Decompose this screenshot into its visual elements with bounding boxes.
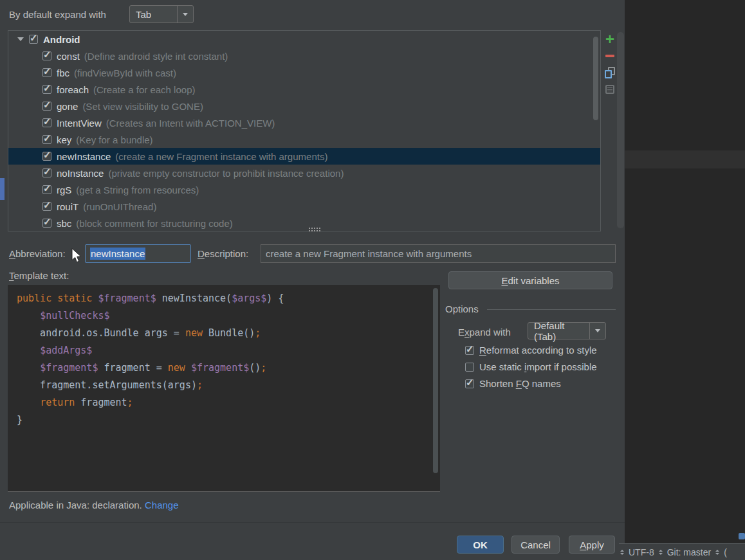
description-label: Description: xyxy=(198,248,248,259)
template-row-gone[interactable]: gone(Set view visibility to GONE) xyxy=(8,98,600,114)
template-description: (runOnUIThread) xyxy=(83,201,156,212)
template-name: Android xyxy=(43,34,80,45)
template-description: (get a String from resources) xyxy=(76,185,199,195)
add-icon[interactable]: + xyxy=(604,33,616,45)
checkbox-icon[interactable] xyxy=(42,185,51,194)
template-name: noInstance xyxy=(57,168,104,179)
remove-icon[interactable] xyxy=(604,50,616,62)
template-name: key xyxy=(57,134,71,145)
default-expand-value: Tab xyxy=(130,6,177,23)
change-link[interactable]: Change xyxy=(145,500,179,510)
resize-grip[interactable] xyxy=(308,227,320,231)
template-text-label: Template text: xyxy=(9,270,69,281)
template-row-newInstance[interactable]: newInstance(create a new Fragment instan… xyxy=(8,148,600,165)
template-row-sbc[interactable]: sbc(block comment for structuring code) xyxy=(8,215,600,231)
option-static-import-label: Use static import if possible xyxy=(479,361,597,372)
template-description: (Create a for each loop) xyxy=(93,84,195,95)
checkbox-icon[interactable] xyxy=(29,35,38,44)
apply-button[interactable]: Apply xyxy=(569,536,615,554)
git-branch-widget[interactable]: Git: master xyxy=(667,547,711,557)
editor-caret-row xyxy=(625,150,745,168)
template-row-fbc[interactable]: fbc(findViewById with cast) xyxy=(8,64,600,81)
chevron-down-icon[interactable] xyxy=(589,323,605,339)
checkbox-icon[interactable] xyxy=(465,363,474,372)
list-toolbar: + xyxy=(603,33,616,95)
option-reformat[interactable]: Reformat according to style xyxy=(465,345,597,356)
checkbox-icon[interactable] xyxy=(42,202,51,211)
widget-arrows-icon[interactable] xyxy=(659,550,663,555)
checkbox-icon[interactable] xyxy=(42,51,51,60)
mouse-cursor xyxy=(71,248,82,264)
default-expand-label: By default expand with xyxy=(9,9,106,20)
widget-arrows-icon[interactable] xyxy=(620,550,624,555)
abbreviation-input[interactable]: newInstance xyxy=(85,244,191,263)
option-shorten-fq[interactable]: Shorten FQ names xyxy=(465,378,561,389)
checkbox-icon[interactable] xyxy=(42,118,51,127)
template-row-IntentView[interactable]: IntentView(Creates an Intent with ACTION… xyxy=(8,114,600,131)
template-row-Android[interactable]: Android xyxy=(8,31,600,48)
restore-default-icon[interactable] xyxy=(604,84,616,95)
template-name: rgS xyxy=(57,185,71,195)
editor-scrollbar[interactable] xyxy=(433,288,438,473)
code-line: } xyxy=(17,411,440,429)
template-row-noInstance[interactable]: noInstance(private empty constructor to … xyxy=(8,165,600,181)
button-row-separator xyxy=(0,522,625,523)
notification-icon[interactable] xyxy=(739,533,745,539)
expand-arrow-icon[interactable] xyxy=(17,37,24,41)
template-name: IntentView xyxy=(57,118,102,129)
status-fragment: ( xyxy=(724,547,727,557)
cancel-button[interactable]: Cancel xyxy=(511,536,560,554)
template-text-editor[interactable]: public static $fragment$ newInstance($ar… xyxy=(8,285,440,492)
default-expand-combo[interactable]: Tab xyxy=(129,5,194,23)
duplicate-icon[interactable] xyxy=(604,67,616,78)
template-tree: Androidconst(Define android style int co… xyxy=(8,30,601,231)
template-description: (block comment for structuring code) xyxy=(76,218,232,229)
template-name: rouiT xyxy=(57,201,78,212)
options-group-title: Options xyxy=(445,303,479,314)
description-input[interactable]: create a new Fragment instance with argu… xyxy=(261,244,616,263)
checkbox-icon[interactable] xyxy=(42,68,51,77)
checkbox-icon[interactable] xyxy=(465,346,474,355)
option-shorten-fq-label: Shorten FQ names xyxy=(479,378,561,389)
checkbox-icon[interactable] xyxy=(42,219,51,228)
template-name: gone xyxy=(57,101,78,112)
template-description: (Key for a bundle) xyxy=(76,134,152,145)
template-row-const[interactable]: const(Define android style int constant) xyxy=(8,48,600,64)
checkbox-icon[interactable] xyxy=(465,379,474,388)
checkbox-icon[interactable] xyxy=(42,102,51,111)
settings-scrollbar[interactable] xyxy=(617,32,624,228)
options-group-line xyxy=(487,309,616,310)
template-description: (Set view visibility to GONE) xyxy=(82,101,203,112)
template-description: (create a new Fragment instance with arg… xyxy=(115,151,327,162)
code-line: public static $fragment$ newInstance($ar… xyxy=(17,290,440,307)
abbreviation-label: Abbreviation: xyxy=(9,248,66,259)
option-static-import[interactable]: Use static import if possible xyxy=(465,361,597,372)
chevron-down-icon[interactable] xyxy=(177,6,193,23)
checkbox-icon[interactable] xyxy=(42,85,51,94)
screen: By default expand with Tab Androidconst(… xyxy=(0,0,745,560)
expand-with-combo[interactable]: Default (Tab) xyxy=(528,322,606,339)
left-edge-marker xyxy=(0,178,5,200)
template-description: (findViewById with cast) xyxy=(74,68,176,78)
template-row-rgS[interactable]: rgS(get a String from resources) xyxy=(8,181,600,198)
expand-with-value: Default (Tab) xyxy=(528,323,589,339)
checkbox-icon[interactable] xyxy=(42,135,51,144)
template-row-rouiT[interactable]: rouiT(runOnUIThread) xyxy=(8,198,600,215)
checkbox-icon[interactable] xyxy=(42,168,51,177)
code-line: fragment.setArguments(args); xyxy=(17,377,440,394)
widget-arrows-icon[interactable] xyxy=(715,550,719,555)
description-value: create a new Fragment instance with argu… xyxy=(266,248,472,259)
template-row-key[interactable]: key(Key for a bundle) xyxy=(8,131,600,148)
code-line: $fragment$ fragment = new $fragment$(); xyxy=(17,359,440,377)
edit-variables-button[interactable]: Edit variables xyxy=(448,271,612,289)
code-line: android.os.Bundle args = new Bundle(); xyxy=(17,325,440,342)
tree-scrollbar[interactable] xyxy=(593,37,598,120)
checkbox-icon[interactable] xyxy=(42,152,51,161)
ok-button[interactable]: OK xyxy=(457,536,504,554)
ide-background xyxy=(625,0,745,560)
template-row-foreach[interactable]: foreach(Create a for each loop) xyxy=(8,81,600,98)
option-reformat-label: Reformat according to style xyxy=(479,345,597,356)
expand-with-label: Expand with xyxy=(458,327,511,338)
template-description: (private empty constructor to prohibit i… xyxy=(108,168,344,179)
encoding-widget[interactable]: UTF-8 xyxy=(629,547,654,557)
